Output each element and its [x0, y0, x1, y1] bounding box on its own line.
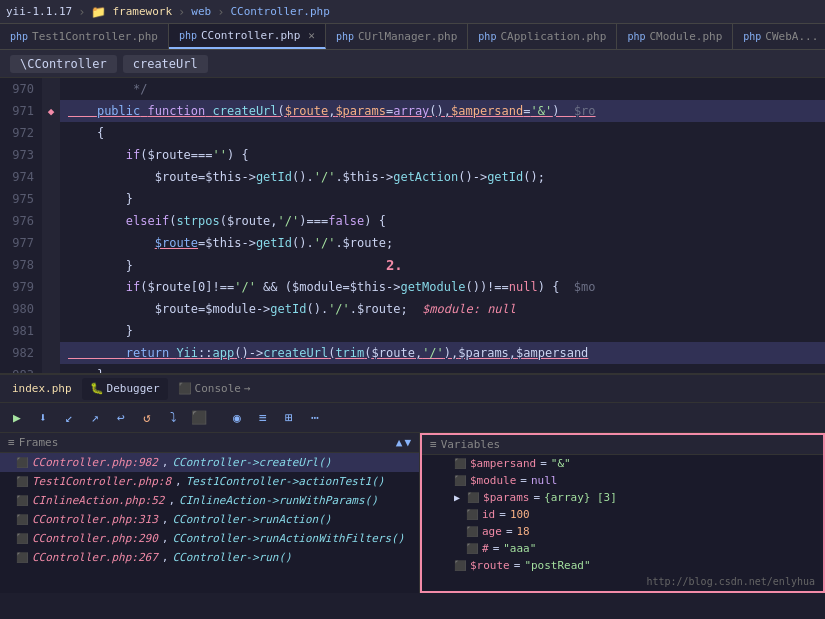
- line-num-978: 978: [0, 254, 42, 276]
- frames-header: ≡ Frames ▲ ▼: [0, 433, 419, 453]
- btn-stop[interactable]: ⬛: [188, 407, 210, 429]
- variables-title: Variables: [441, 438, 501, 451]
- btn-resume[interactable]: ▶: [6, 407, 28, 429]
- debug-tabs: index.php 🐛 Debugger ⬛ Console →: [0, 375, 825, 403]
- frame-method-2: CInlineAction->runWithParams(): [179, 494, 378, 507]
- var-item-id[interactable]: ⬛ id = 100: [422, 506, 823, 523]
- btn-skip[interactable]: ⤵: [162, 407, 184, 429]
- variables-header: ≡ Variables: [422, 435, 823, 455]
- tab-test1controller[interactable]: php Test1Controller.php: [0, 24, 169, 49]
- frame-item-2[interactable]: ⬛ CInlineAction.php:52 , CInlineAction->…: [0, 491, 419, 510]
- frame-file-1: Test1Controller.php:8: [32, 475, 171, 488]
- frame-item-5[interactable]: ⬛ CController.php:267 , CController->run…: [0, 548, 419, 567]
- var-eq-mod: =: [520, 474, 527, 487]
- path-folder: framework: [112, 5, 172, 18]
- var-item-ampersand[interactable]: ⬛ $ampersand = "&": [422, 455, 823, 472]
- frame-item-4[interactable]: ⬛ CController.php:290 , CController->run…: [0, 529, 419, 548]
- frame-item-3[interactable]: ⬛ CController.php:313 , CController->run…: [0, 510, 419, 529]
- app-title: yii-1.1.17: [6, 5, 72, 18]
- frame-method-4: CController->runActionWithFilters(): [172, 532, 404, 545]
- frame-file-5: CController.php:267: [32, 551, 158, 564]
- frame-sep-5: ,: [162, 551, 169, 564]
- code-line-983: 983 }: [0, 364, 825, 373]
- var-item-route[interactable]: ⬛ $route = "postRead": [422, 557, 823, 574]
- tab-icon-cmod: php: [627, 31, 645, 42]
- frame-item-0[interactable]: ⬛ CController.php:982 , CController->cre…: [0, 453, 419, 472]
- line-num-974: 974: [0, 166, 42, 188]
- debug-tab-console[interactable]: ⬛ Console →: [170, 378, 259, 400]
- debug-toolbar: ▶ ⬇ ↙ ↗ ↩ ↺ ⤵ ⬛ ◉ ≡ ⊞ ⋯: [0, 403, 825, 433]
- btn-more[interactable]: ⋯: [304, 407, 326, 429]
- frames-title: Frames: [19, 436, 59, 449]
- line-content-973: if($route==='') {: [60, 144, 825, 166]
- active-file: CController.php: [230, 5, 329, 18]
- frame-file-0: CController.php:982: [32, 456, 158, 469]
- line-gutter-982: [42, 342, 60, 364]
- var-item-module[interactable]: ⬛ $module = null: [422, 472, 823, 489]
- var-item-age[interactable]: ⬛ age = 18: [422, 523, 823, 540]
- var-item-params[interactable]: ▶ ⬛ $params = {array} [3]: [422, 489, 823, 506]
- breadcrumb-class[interactable]: \CController: [10, 55, 117, 73]
- var-name-id: id: [482, 508, 495, 521]
- line-content-976: elseif(strpos($route,'/')===false) {: [60, 210, 825, 232]
- code-line-981: 981 }: [0, 320, 825, 342]
- line-gutter-978: [42, 254, 60, 276]
- tab-cwebapp[interactable]: php CWebA...: [733, 24, 825, 49]
- tab-ccontroller[interactable]: php CController.php ✕: [169, 24, 326, 49]
- frames-icon: ≡: [8, 436, 15, 449]
- frames-up-btn[interactable]: ▲: [396, 436, 403, 449]
- btn-step-over[interactable]: ⬇: [32, 407, 54, 429]
- console-arrow: →: [244, 382, 251, 395]
- var-item-hash[interactable]: ⬛ # = "aaa": [422, 540, 823, 557]
- var-eq-id: =: [499, 508, 506, 521]
- code-editor[interactable]: 970 */ 971 ◆ public function createUrl($…: [0, 78, 825, 373]
- var-name-age: age: [482, 525, 502, 538]
- line-gutter-976: [42, 210, 60, 232]
- title-sep1: ›: [78, 5, 85, 19]
- btn-step-out[interactable]: ↗: [84, 407, 106, 429]
- line-num-976: 976: [0, 210, 42, 232]
- btn-step-into[interactable]: ↙: [58, 407, 80, 429]
- variables-panel: ≡ Variables ⬛ $ampersand = "&" ⬛ $module…: [420, 433, 825, 593]
- var-eq-params: =: [533, 491, 540, 504]
- var-expand-params[interactable]: ▶: [454, 492, 460, 503]
- btn-watches[interactable]: ≡: [252, 407, 274, 429]
- breadcrumb-method[interactable]: createUrl: [123, 55, 208, 73]
- var-eq-amp: =: [540, 457, 547, 470]
- frame-arrows: ▲ ▼: [396, 436, 411, 449]
- var-icon-route: ⬛: [454, 560, 466, 571]
- tab-capplication[interactable]: php CApplication.php: [468, 24, 617, 49]
- debug-tab-debugger[interactable]: 🐛 Debugger: [82, 378, 168, 400]
- tab-icon-active: php: [179, 30, 197, 41]
- line-num-975: 975: [0, 188, 42, 210]
- frame-sep-4: ,: [162, 532, 169, 545]
- var-icon-amp: ⬛: [454, 458, 466, 469]
- frames-down-btn[interactable]: ▼: [404, 436, 411, 449]
- var-icon-mod: ⬛: [454, 475, 466, 486]
- line-content-971: public function createUrl($route,$params…: [60, 100, 825, 122]
- debug-index-file: index.php: [4, 380, 80, 397]
- line-content-980: $route=$module->getId().'/'.$route; $mod…: [60, 298, 825, 320]
- tab-cmodule[interactable]: php CModule.php: [617, 24, 733, 49]
- code-line-974: 974 $route=$this->getId().'/'.$this->get…: [0, 166, 825, 188]
- btn-run-to-cursor[interactable]: ↩: [110, 407, 132, 429]
- frame-method-0: CController->createUrl(): [172, 456, 331, 469]
- code-line-973: 973 if($route==='') {: [0, 144, 825, 166]
- folder-icon: 📁: [91, 5, 106, 19]
- tab-close[interactable]: ✕: [308, 29, 315, 42]
- btn-breakpoints[interactable]: ◉: [226, 407, 248, 429]
- btn-step-back[interactable]: ↺: [136, 407, 158, 429]
- code-line-979: 979 if($route[0]!=='/' && ($module=$this…: [0, 276, 825, 298]
- frame-icon-2: ⬛: [16, 495, 28, 506]
- var-eq-route: =: [514, 559, 521, 572]
- btn-frames-list[interactable]: ⊞: [278, 407, 300, 429]
- tab-icon-cwa: php: [743, 31, 761, 42]
- frame-item-1[interactable]: ⬛ Test1Controller.php:8 , Test1Controlle…: [0, 472, 419, 491]
- code-line-978: 978 } 2.: [0, 254, 825, 276]
- var-name-params: $params: [483, 491, 529, 504]
- var-icon-params: ⬛: [467, 492, 479, 503]
- var-name-amp: $ampersand: [470, 457, 536, 470]
- frame-file-2: CInlineAction.php:52: [32, 494, 164, 507]
- tab-curlmanager[interactable]: php CUrlManager.php: [326, 24, 468, 49]
- frame-sep-1: ,: [175, 475, 182, 488]
